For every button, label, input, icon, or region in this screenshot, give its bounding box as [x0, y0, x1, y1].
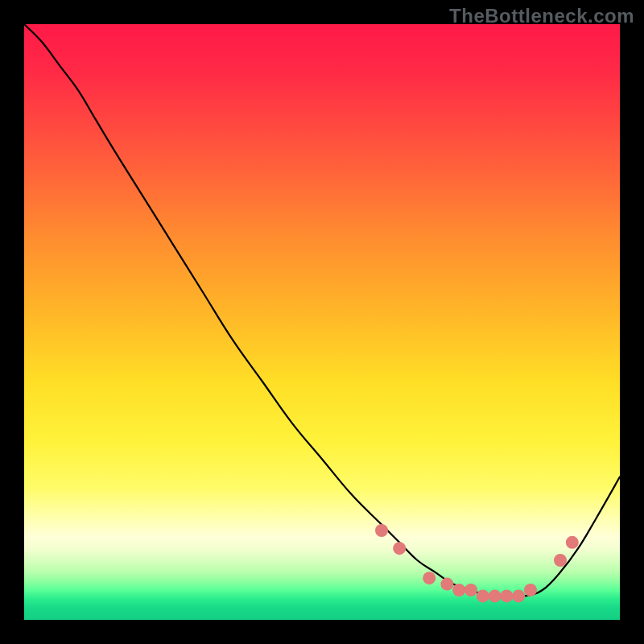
marker-point [489, 589, 502, 602]
marker-point [500, 589, 513, 602]
marker-point [566, 536, 579, 549]
marker-point [423, 572, 436, 584]
plot-area [24, 24, 620, 620]
bottleneck-curve [24, 24, 620, 597]
marker-point [477, 589, 489, 602]
marker-point [464, 584, 477, 597]
marker-point [375, 524, 388, 537]
marker-point [393, 542, 406, 555]
highlight-markers [375, 524, 579, 602]
watermark-text: TheBottleneck.com [449, 5, 634, 27]
marker-point [440, 578, 453, 591]
curve-layer [24, 24, 620, 620]
marker-point [452, 584, 465, 597]
marker-point [524, 584, 537, 597]
marker-point [512, 589, 525, 602]
chart-frame: TheBottleneck.com [0, 0, 644, 644]
marker-point [554, 554, 567, 567]
